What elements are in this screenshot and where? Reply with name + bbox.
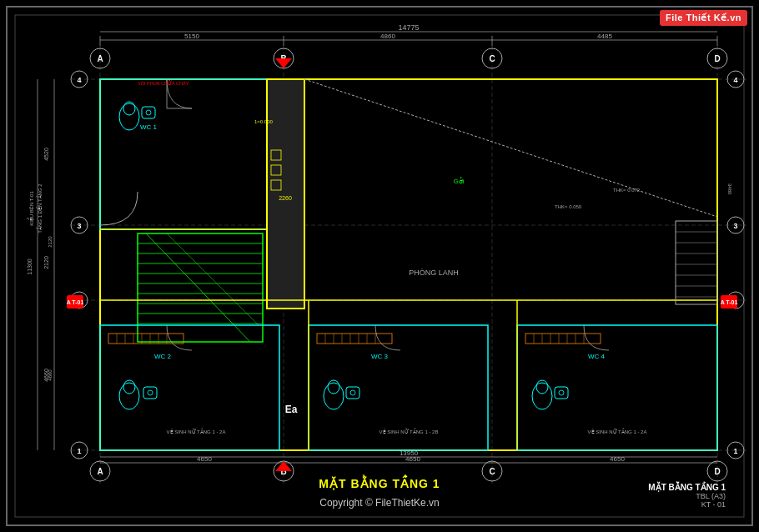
svg-text:1: 1 (733, 447, 737, 455)
svg-text:3480: 3480 (727, 183, 732, 195)
copyright-bar: Copyright © FileThietKe.vn (319, 497, 440, 509)
blueprint-area: File Thiết Kế.vn 14775 5150 4860 4485 (0, 0, 759, 532)
svg-text:THK= 0.050: THK= 0.050 (555, 204, 582, 209)
svg-text:WC 4: WC 4 (588, 353, 606, 360)
svg-text:PHÒNG LANH: PHÒNG LANH (409, 269, 459, 277)
svg-text:VỆ SINH NỮ TẦNG 1 - 2A: VỆ SINH NỮ TẦNG 1 - 2A (167, 428, 226, 435)
svg-text:4860: 4860 (380, 33, 395, 40)
svg-rect-124 (267, 79, 304, 309)
svg-text:1=0.000: 1=0.000 (254, 119, 274, 124)
svg-text:A: A (97, 467, 103, 476)
title-scale: TBL (A3) (648, 492, 726, 500)
svg-text:D: D (714, 467, 720, 476)
svg-text:2120: 2120 (48, 236, 53, 248)
svg-text:14775: 14775 (398, 23, 419, 32)
svg-text:C: C (489, 467, 495, 476)
svg-text:WC 1: WC 1 (140, 123, 158, 131)
title-main: MẶT BẰNG TẦNG 1 (648, 483, 726, 492)
svg-text:4: 4 (733, 76, 737, 84)
svg-text:2260: 2260 (279, 195, 292, 201)
floorplan-svg: 14775 5150 4860 4485 (0, 0, 759, 532)
copyright-text: Copyright © FileThietKe.vn (319, 497, 440, 509)
svg-text:A: A (97, 54, 103, 63)
svg-text:3: 3 (733, 222, 737, 230)
svg-text:11300: 11300 (27, 258, 33, 275)
svg-text:4485: 4485 (597, 33, 612, 40)
svg-text:4520: 4520 (43, 148, 49, 161)
svg-text:1: 1 (77, 447, 81, 455)
title-code: KT - 01 (648, 500, 726, 509)
svg-text:3: 3 (77, 222, 81, 230)
svg-text:A T-01: A T-01 (67, 299, 84, 305)
svg-text:VỆ SINH NỮ TẦNG 1 - 2B: VỆ SINH NỮ TẦNG 1 - 2B (380, 428, 439, 435)
svg-text:A T-01: A T-01 (721, 299, 738, 305)
svg-text:THK= 0.072: THK= 0.072 (613, 188, 641, 193)
svg-text:5150: 5150 (184, 33, 199, 40)
svg-text:4650: 4650 (610, 455, 625, 463)
svg-text:2120: 2120 (43, 256, 49, 269)
svg-text:4660: 4660 (48, 369, 53, 381)
svg-text:TẦNG 1 ĐẾN TẦNG 2: TẦNG 1 ĐẾN TẦNG 2 (36, 183, 43, 233)
svg-text:WC 2: WC 2 (154, 353, 172, 360)
floor-label: MẶT BẰNG TẦNG 1 (319, 477, 440, 490)
logo-badge: File Thiết Kế.vn (660, 10, 747, 26)
floor-label-text: MẶT BẰNG TẦNG 1 (319, 477, 440, 490)
svg-text:VỆ SINH NỮ TẦNG 1 - 2A: VỆ SINH NỮ TẦNG 1 - 2A (588, 428, 647, 435)
main-container: File Thiết Kế.vn 14775 5150 4860 4485 (0, 0, 759, 532)
svg-text:C: C (489, 54, 495, 63)
svg-text:Ea: Ea (285, 404, 298, 415)
svg-text:13950: 13950 (400, 449, 419, 457)
svg-text:VÒI PHUN CHỮA CHÁY: VÒI PHUN CHỮA CHÁY (138, 80, 189, 86)
svg-text:Gởi: Gởi (454, 177, 465, 185)
svg-text:WC 3: WC 3 (371, 353, 389, 360)
logo-text: File Thiết Kế.vn (666, 13, 741, 23)
title-block: MẶT BẰNG TẦNG 1 TBL (A3) KT - 01 (648, 483, 726, 509)
svg-text:D: D (714, 54, 720, 63)
svg-text:4650: 4650 (197, 455, 212, 463)
svg-text:4: 4 (77, 76, 81, 84)
